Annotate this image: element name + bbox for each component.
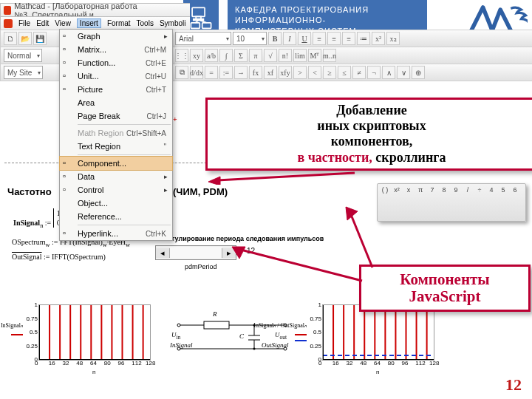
bullets-icon[interactable]: ≔: [357, 32, 370, 45]
menu-item-graph[interactable]: ▫Graph▸: [60, 30, 172, 43]
calc-key[interactable]: x²: [392, 186, 401, 194]
menu-view[interactable]: View: [55, 19, 71, 27]
xy-icon[interactable]: xy: [190, 49, 203, 62]
menu-item-area[interactable]: Area: [60, 96, 172, 109]
toolbar-left-2[interactable]: Normal: [0, 47, 64, 64]
underline-icon[interactable]: U: [298, 32, 311, 45]
menu-item-label: Graph: [78, 32, 100, 41]
open-icon[interactable]: 📂: [18, 32, 32, 45]
eval-icon[interactable]: =: [205, 66, 218, 79]
menu-symbolics[interactable]: Symboli: [160, 19, 186, 27]
not-icon[interactable]: ¬: [367, 66, 381, 79]
lt-icon[interactable]: <: [308, 66, 321, 79]
svg-rect-8: [204, 321, 229, 329]
fraction-icon[interactable]: a/b: [205, 49, 218, 62]
y-tick: 0.5: [313, 329, 321, 335]
xor-icon[interactable]: ⊕: [412, 66, 425, 79]
menu-item-object[interactable]: Object...: [60, 197, 172, 210]
picture-icon: ▫: [63, 84, 73, 95]
y-tick: 0.25: [310, 343, 321, 349]
align-left-icon[interactable]: ≡: [313, 32, 326, 45]
superscript-icon[interactable]: x²: [372, 32, 385, 45]
calc-key[interactable]: 7: [428, 186, 437, 194]
sqrt-icon[interactable]: √: [264, 49, 277, 62]
ge-icon[interactable]: ≥: [323, 66, 336, 79]
assign-icon[interactable]: :=: [219, 66, 233, 79]
transpose-icon[interactable]: Mᵀ: [308, 49, 321, 62]
le-icon[interactable]: ≤: [338, 66, 351, 79]
ne-icon[interactable]: ≠: [352, 66, 366, 79]
menu-edit[interactable]: Edit: [36, 19, 49, 27]
scroll-track[interactable]: [170, 247, 222, 259]
vec-icon[interactable]: n!: [279, 49, 292, 62]
integral-icon[interactable]: ∫: [219, 49, 233, 62]
bold-icon[interactable]: B: [268, 32, 282, 45]
outsignal-chart: 00.250.50.7510163248648096112128nInSigna…: [322, 304, 434, 361]
menu-insert[interactable]: Insert: [77, 18, 101, 28]
limit-icon[interactable]: lim: [293, 49, 307, 62]
align-right-icon[interactable]: ≡: [342, 32, 355, 45]
menu-format[interactable]: Format: [107, 19, 131, 27]
calc-key[interactable]: 5: [499, 186, 508, 194]
calc-key[interactable]: 8: [440, 186, 449, 194]
calc-key[interactable]: /: [463, 186, 472, 194]
xf-icon[interactable]: xf: [264, 66, 277, 79]
menu-item-component[interactable]: ▫Component...: [59, 156, 173, 171]
callout-arrow-3: [340, 205, 384, 272]
fx-icon[interactable]: fx: [249, 66, 262, 79]
arrow-icon[interactable]: →: [234, 66, 248, 79]
calc-key[interactable]: 4: [487, 186, 496, 194]
font-combo[interactable]: Arial: [175, 32, 231, 45]
calc-key[interactable]: ÷: [475, 186, 484, 194]
and-icon[interactable]: ∧: [382, 66, 395, 79]
menu-item-page-break[interactable]: Page BreakCtrl+J: [60, 109, 172, 123]
cursor-plus-icon: +: [173, 115, 177, 123]
new-icon[interactable]: 🗋: [4, 32, 17, 45]
calc-key[interactable]: 6: [511, 186, 519, 194]
toolbar-math1[interactable]: ⋮⋮ xy a/b ∫ Σ π √ n! lim Mᵀ m..n: [171, 47, 532, 64]
toolbar-left-3[interactable]: My Site: [0, 64, 64, 81]
menu-item-control[interactable]: ▫Control▸: [60, 183, 172, 197]
calc-key[interactable]: x: [404, 186, 413, 194]
toolbar-math2[interactable]: ⧉ d/dx = := → fx xf xfy > < ≥ ≤ ≠ ¬ ∧ ∨ …: [171, 64, 532, 81]
menu-item-label: Component...: [78, 159, 126, 168]
subscript-icon[interactable]: x₂: [386, 32, 400, 45]
period-scroller[interactable]: ◂ ▸: [155, 245, 236, 260]
menu-file[interactable]: File: [18, 19, 30, 27]
deriv-icon[interactable]: d/dx: [190, 66, 203, 79]
style-combo[interactable]: Normal: [4, 49, 42, 62]
italic-icon[interactable]: I: [283, 32, 296, 45]
or-icon[interactable]: ∨: [397, 66, 410, 79]
summation-icon[interactable]: Σ: [234, 49, 248, 62]
gt-icon[interactable]: >: [293, 66, 307, 79]
toolbar-left-1[interactable]: 🗋📂💾: [0, 30, 64, 47]
callout-line: Добавление: [215, 103, 528, 118]
align-center-icon[interactable]: ≡: [327, 32, 341, 45]
save-icon[interactable]: 💾: [33, 32, 47, 45]
menu-item-data[interactable]: ▫Data▸: [60, 170, 172, 183]
insert-dropdown[interactable]: ▫Graph▸▫Matrix...Ctrl+M▫Function...Ctrl+…: [59, 29, 173, 241]
calc-key[interactable]: π: [416, 186, 425, 194]
menu-item-unit[interactable]: ▫Unit...Ctrl+U: [60, 69, 172, 83]
pi-icon[interactable]: π: [249, 49, 262, 62]
menu-item-text-region[interactable]: Text Region": [60, 140, 172, 153]
calculator-palette[interactable]: ( )x²xπ789/÷456: [377, 183, 526, 222]
menu-tools[interactable]: Tools: [137, 19, 154, 27]
scroll-left-icon[interactable]: ◂: [156, 248, 170, 258]
menu-item-picture[interactable]: ▫PictureCtrl+T: [60, 83, 172, 96]
range-icon[interactable]: m..n: [323, 49, 336, 62]
toolbar-format[interactable]: Arial 10 B I U ≡ ≡ ≡ ≔ x² x₂: [171, 30, 532, 47]
calc-key[interactable]: 9: [451, 186, 460, 194]
menu-item-hyperlink[interactable]: ▫Hyperlink...Ctrl+K: [60, 227, 172, 240]
size-combo[interactable]: 10: [233, 32, 267, 45]
menu-shortcut: Ctrl+M: [144, 46, 166, 54]
matrix-icon[interactable]: ⋮⋮: [175, 49, 188, 62]
menu-item-function[interactable]: ▫Function...Ctrl+E: [60, 56, 172, 69]
menu-item-reference[interactable]: Reference...: [60, 210, 172, 223]
graph-icon[interactable]: ⧉: [175, 66, 188, 79]
menu-shortcut: Ctrl+T: [146, 86, 167, 94]
xfy-icon[interactable]: xfy: [279, 66, 292, 79]
menu-item-matrix[interactable]: ▫Matrix...Ctrl+M: [60, 43, 172, 56]
calc-key[interactable]: ( ): [381, 186, 389, 194]
site-combo[interactable]: My Site: [4, 66, 43, 79]
